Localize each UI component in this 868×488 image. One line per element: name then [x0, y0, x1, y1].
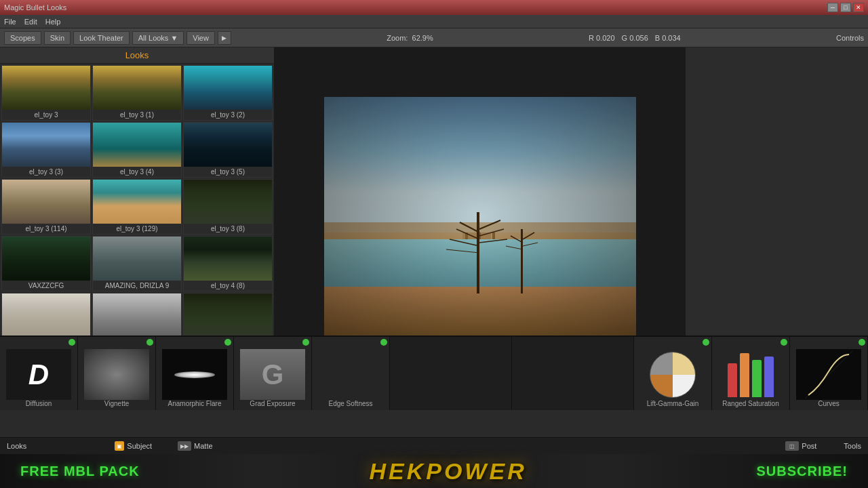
- look-thumbnail: [2, 66, 90, 110]
- look-thumbnail: [184, 123, 272, 167]
- anamorphic-active-indicator: [224, 339, 231, 346]
- diffusion-active-indicator: [68, 339, 75, 346]
- edge-softness-active-indicator: [380, 339, 387, 346]
- effect-grad[interactable]: G Grad Exposure: [234, 337, 312, 410]
- look-name: el_toy 4 (8): [184, 281, 272, 291]
- look-name: VAXZZCFG: [2, 281, 90, 291]
- look-item[interactable]: el_toy 3 (4): [92, 122, 182, 178]
- scopes-button[interactable]: Scopes: [4, 31, 41, 45]
- effect-vignette[interactable]: Vignette: [78, 337, 156, 410]
- promo-banner: FREE MBL PACK HEKPOWER SUBSCRIBE!: [0, 454, 868, 488]
- effect-lgg[interactable]: Lift-Gamma-Gain: [634, 337, 712, 410]
- edge-softness-thumb: [318, 349, 384, 400]
- zoom-info: Zoom: 62.9%: [387, 34, 433, 42]
- effect-ranged-sat[interactable]: Ranged Saturation: [712, 337, 790, 410]
- look-item[interactable]: el_toy 3 (3): [1, 122, 91, 178]
- effects-row: D Diffusion Vignette Anamorphic Flare G …: [0, 336, 868, 410]
- effect-empty-2: [512, 337, 634, 410]
- curves-label: Curves: [818, 400, 840, 407]
- g-value: G 0.056: [622, 34, 648, 42]
- look-thumbnail: [93, 123, 181, 167]
- lgg-thumb: [640, 349, 706, 400]
- look-item[interactable]: el_toy 3: [1, 65, 91, 121]
- effect-anamorphic[interactable]: Anamorphic Flare: [156, 337, 234, 410]
- maximize-button[interactable]: □: [840, 3, 851, 12]
- look-item[interactable]: el_toy 3 (2): [183, 65, 273, 121]
- effect-curves[interactable]: Curves: [790, 337, 868, 410]
- main-container: Looks el_toy 3el_toy 3 (1)el_toy 3 (2)el…: [0, 47, 868, 488]
- look-thumbnail: [93, 237, 181, 281]
- vignette-thumb: [84, 349, 150, 400]
- look-thumbnail: [2, 180, 90, 224]
- look-name: el_toy 3 (5): [184, 167, 272, 177]
- lgg-label: Lift-Gamma-Gain: [647, 400, 699, 407]
- diffusion-label: Diffusion: [26, 400, 52, 407]
- look-name: el_toy 3: [2, 110, 90, 120]
- effect-edge-softness[interactable]: Edge Softness: [312, 337, 390, 410]
- grad-thumb: G: [240, 349, 306, 400]
- vignette-label: Vignette: [104, 400, 130, 407]
- rgb-info: R 0.020 G 0.056 B 0.034: [589, 34, 681, 42]
- vignette-active-indicator: [146, 339, 153, 346]
- looks-bottom-label: Looks: [7, 442, 26, 450]
- b-value: B 0.034: [655, 34, 681, 42]
- tools-label: Tools: [844, 442, 861, 450]
- look-thumbnail: [93, 293, 181, 338]
- promo-right: SUBSCRIBE!: [757, 464, 848, 479]
- controls-label: Controls: [836, 34, 864, 42]
- look-thumbnail: [2, 237, 90, 281]
- look-name: el_toy 3 (8): [184, 224, 272, 234]
- effect-diffusion[interactable]: D Diffusion: [0, 337, 78, 410]
- ranged-sat-label: Ranged Saturation: [722, 400, 778, 407]
- subject-icon: ▣: [115, 441, 124, 451]
- edge-softness-label: Edge Softness: [328, 400, 372, 407]
- subject-label[interactable]: ▣ Subject: [115, 441, 152, 451]
- diffusion-thumb: D: [6, 349, 72, 400]
- view-button[interactable]: View: [186, 31, 215, 45]
- look-item[interactable]: AMAZING, DRIZLA 9: [92, 236, 182, 291]
- svg-rect-18: [324, 97, 636, 338]
- curves-active-indicator: [859, 339, 865, 346]
- effect-empty-1: [390, 337, 512, 410]
- skin-button[interactable]: Skin: [44, 31, 71, 45]
- menu-help[interactable]: Help: [45, 18, 61, 26]
- menu-file[interactable]: File: [4, 18, 16, 26]
- look-item[interactable]: el_toy 3 (114): [1, 179, 91, 235]
- grad-active-indicator: [302, 339, 309, 346]
- look-theater-button[interactable]: Look Theater: [73, 31, 130, 45]
- look-name: el_toy 3 (3): [2, 167, 90, 177]
- preview-image: [324, 97, 636, 338]
- looks-header: Looks: [0, 47, 274, 64]
- post-label: ◫ Post: [785, 441, 816, 451]
- svg-line-19: [805, 351, 852, 399]
- look-thumbnail: [2, 293, 90, 338]
- look-thumbnail: [184, 237, 272, 281]
- all-looks-dropdown[interactable]: All Looks ▼: [132, 31, 184, 45]
- look-item[interactable]: el_toy 4 (8): [183, 236, 273, 291]
- look-item[interactable]: el_toy 3 (1): [92, 65, 182, 121]
- lgg-active-indicator: [703, 339, 709, 346]
- promo-left: FREE MBL PACK: [20, 464, 140, 479]
- look-item[interactable]: el_toy 3 (129): [92, 179, 182, 235]
- promo-center: HEKPOWER: [369, 458, 526, 485]
- anamorphic-label: Anamorphic Flare: [168, 400, 222, 407]
- grad-label: Grad Exposure: [250, 400, 295, 407]
- curves-thumb: [796, 349, 862, 400]
- menubar: File Edit Help: [0, 15, 868, 28]
- play-button[interactable]: ▶: [218, 31, 231, 45]
- anamorphic-thumb: [162, 349, 228, 400]
- bottom-labels: Looks ▣ Subject ▶▶ Matte ◫ Post Tools: [0, 437, 868, 454]
- menu-edit[interactable]: Edit: [24, 18, 37, 26]
- look-name: el_toy 3 (1): [93, 110, 181, 120]
- close-button[interactable]: ✕: [853, 3, 864, 12]
- look-item[interactable]: el_toy 3 (8): [183, 179, 273, 235]
- look-name: el_toy 3 (129): [93, 224, 181, 234]
- r-value: R 0.020: [589, 34, 615, 42]
- matte-label[interactable]: ▶▶ Matte: [178, 441, 213, 451]
- look-item[interactable]: el_toy 3 (5): [183, 122, 273, 178]
- minimize-button[interactable]: ─: [827, 3, 838, 12]
- look-name: el_toy 3 (114): [2, 224, 90, 234]
- ranged-sat-thumb: [718, 349, 784, 400]
- look-thumbnail: [93, 180, 181, 224]
- look-item[interactable]: VAXZZCFG: [1, 236, 91, 291]
